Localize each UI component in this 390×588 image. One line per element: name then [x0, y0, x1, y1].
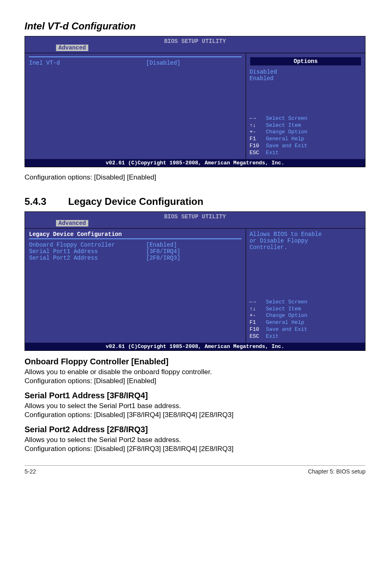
nav-key-f1: F1 [249, 319, 266, 326]
sub-serial1-title: Serial Port1 Address [3F8/IRQ4] [25, 391, 365, 400]
tab-advanced[interactable]: Advanced [56, 45, 88, 51]
nav-select-screen: Select Screen [266, 299, 307, 306]
nav-select-screen: Select Screen [266, 115, 307, 122]
nav-key-ud: ↑↓ [249, 122, 266, 129]
bios-screen-legacy: BIOS SETUP UTILITY Advanced Legacy Devic… [25, 211, 365, 351]
bios-right-panel: Allows BIOS to Enable or Disable Floppy … [246, 228, 365, 343]
nav-help-block: ←→Select Screen ↑↓Select Item +-Change O… [249, 299, 362, 340]
panel-heading-legacy: Legacy Device Configuration [29, 231, 242, 238]
bios-footer: v02.61 (C)Copyright 1985-2008, American … [25, 343, 365, 350]
nav-select-item: Select Item [266, 122, 301, 129]
help-line-1: Allows BIOS to Enable [249, 231, 362, 238]
nav-select-item: Select Item [266, 306, 301, 313]
section-name: Legacy Device Configuration [68, 196, 204, 207]
help-line-2: or Disable Floppy [249, 238, 362, 244]
nav-key-esc: ESC [249, 150, 266, 157]
page-footer: 5-22 Chapter 5: BIOS setup [25, 465, 365, 475]
section-legacy-title: 5.4.3 Legacy Device Configuration [25, 196, 365, 207]
setting-label-floppy: Onboard Floppy Controller [29, 242, 146, 248]
sub-serial1-desc2: Configuration options: [Disabled] [3F8/I… [25, 411, 365, 419]
nav-key-ud: ↑↓ [249, 306, 266, 313]
nav-exit: Exit [266, 150, 278, 157]
nav-general-help: General Help [266, 319, 304, 326]
vt-d-config-options: Configuration options: [Disabled] [Enabl… [25, 173, 365, 182]
nav-key-f10: F10 [249, 143, 266, 150]
bios-left-panel: Legacy Device Configuration Onboard Flop… [25, 228, 246, 343]
nav-key-pm: +- [249, 312, 266, 319]
tab-advanced[interactable]: Advanced [56, 220, 88, 227]
nav-general-help: General Help [266, 136, 304, 143]
nav-exit: Exit [266, 333, 278, 340]
bios-right-panel: Options Disabled Enabled ←→Select Screen… [246, 53, 365, 159]
nav-change-option: Change Option [266, 312, 307, 319]
page-number: 5-22 [25, 468, 36, 475]
sub-serial2-desc2: Configuration options: [Disabled] [2F8/I… [25, 445, 365, 453]
setting-value-serial1[interactable]: [3F8/IRQ4] [146, 248, 242, 255]
bios-tabs: Advanced [25, 220, 365, 228]
sub-floppy-desc1: Allows you to enable or disable the onbo… [25, 368, 365, 376]
sub-floppy-title: Onboard Floppy Controller [Enabled] [25, 357, 365, 366]
bios-header: BIOS SETUP UTILITY [25, 212, 365, 220]
chapter-label: Chapter 5: BIOS setup [308, 468, 365, 475]
nav-key-lr: ←→ [249, 299, 266, 306]
sub-serial2-desc1: Allows you to select the Serial Port2 ba… [25, 436, 365, 444]
bios-tabs: Advanced [25, 45, 365, 53]
setting-value-vt-d[interactable]: [Disabled] [146, 60, 242, 66]
setting-value-floppy[interactable]: [Enabled] [146, 242, 242, 248]
nav-key-f10: F10 [249, 326, 266, 333]
section-number: 5.4.3 [25, 196, 65, 207]
sub-floppy-desc2: Configuration options: [Disabled] [Enabl… [25, 377, 365, 385]
bios-footer: v02.61 (C)Copyright 1985-2008, American … [25, 159, 365, 167]
options-title: Options [250, 57, 361, 65]
help-line-3: Controller. [249, 244, 362, 251]
nav-save-exit: Save and Exit [266, 143, 307, 150]
nav-help-block: ←→Select Screen ↑↓Select Item +-Change O… [249, 115, 362, 157]
nav-key-lr: ←→ [249, 115, 266, 122]
sub-serial1-desc1: Allows you to select the Serial Port1 ba… [25, 402, 365, 410]
nav-key-f1: F1 [249, 136, 266, 143]
sub-serial2-title: Serial Port2 Address [2F8/IRQ3] [25, 425, 365, 434]
nav-key-esc: ESC [249, 333, 266, 340]
nav-save-exit: Save and Exit [266, 326, 307, 333]
option-disabled[interactable]: Disabled [249, 69, 362, 75]
nav-key-pm: +- [249, 129, 266, 136]
bios-header: BIOS SETUP UTILITY [25, 36, 365, 45]
setting-value-serial2[interactable]: [2F8/IRQ3] [146, 255, 242, 261]
bios-left-panel: Inel VT-d [Disabled] [25, 53, 246, 159]
bios-screen-vt-d: BIOS SETUP UTILITY Advanced Inel VT-d [D… [25, 36, 365, 167]
setting-label-serial1: Serial Port1 Address [29, 248, 146, 255]
setting-label-vt-d: Inel VT-d [29, 60, 146, 66]
setting-label-serial2: Serial Port2 Address [29, 255, 146, 261]
nav-change-option: Change Option [266, 129, 307, 136]
section-vt-d-title: Intel VT-d Configuration [25, 20, 365, 32]
option-enabled[interactable]: Enabled [249, 75, 362, 82]
